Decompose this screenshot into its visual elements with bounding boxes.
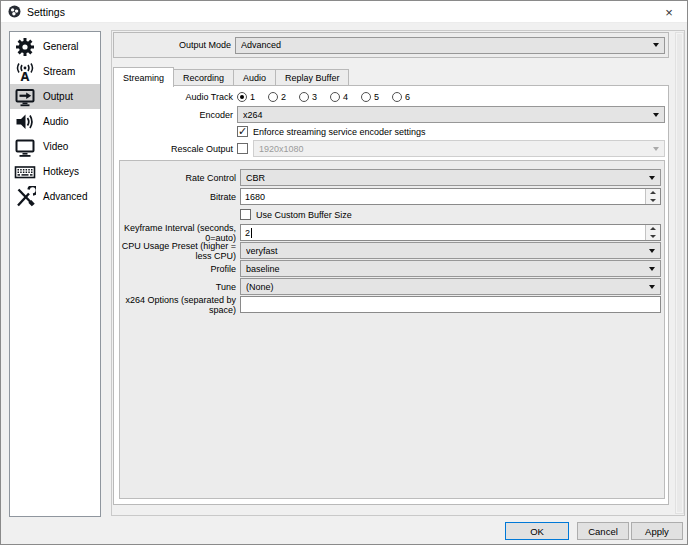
tab-audio[interactable]: Audio: [234, 69, 276, 86]
radio-label: 5: [374, 92, 379, 102]
cpu-preset-select[interactable]: veryfast: [240, 242, 661, 259]
bitrate-spinbox[interactable]: 1680: [240, 188, 661, 205]
sidebar-item-label: Output: [43, 91, 73, 102]
keyframe-interval-value: 2: [245, 228, 250, 238]
apply-button[interactable]: Apply: [631, 522, 683, 540]
audio-track-2[interactable]: 2: [268, 92, 286, 102]
encoder-select[interactable]: x264: [237, 106, 665, 123]
broadcast-icon: A: [14, 61, 36, 83]
spin-up-button[interactable]: [646, 189, 660, 197]
radio-label: 2: [281, 92, 286, 102]
audio-track-label: Audio Track: [114, 92, 233, 102]
custom-buffer-checkbox[interactable]: [240, 209, 251, 220]
close-button[interactable]: ×: [651, 1, 687, 23]
tab-recording[interactable]: Recording: [174, 69, 234, 86]
chevron-down-icon: [649, 285, 655, 289]
text-cursor: [251, 228, 252, 238]
apply-button-label: Apply: [645, 526, 669, 537]
x264-options-row: x264 Options (separated by space): [120, 296, 664, 313]
ok-button[interactable]: OK: [505, 522, 569, 540]
sidebar-item-general[interactable]: General: [10, 34, 100, 59]
rescale-resolution-select: 1920x1080: [253, 140, 665, 157]
profile-value: baseline: [246, 264, 649, 274]
sidebar-item-stream[interactable]: A Stream: [10, 59, 100, 84]
tab-label: Recording: [183, 73, 224, 83]
cpu-preset-label: CPU Usage Preset (higher = less CPU): [120, 241, 236, 261]
tune-row: Tune (None): [120, 278, 664, 295]
sidebar-item-audio[interactable]: Audio: [10, 109, 100, 134]
audio-track-5[interactable]: 5: [361, 92, 379, 102]
keyframe-interval-value-wrap: 2: [241, 225, 645, 240]
encoder-value: x264: [243, 110, 653, 120]
obs-logo-icon: [8, 5, 21, 18]
enforce-checkbox[interactable]: [237, 126, 248, 137]
spin-up-button[interactable]: [646, 225, 660, 233]
tune-value: (None): [246, 282, 649, 292]
triangle-down-icon: [650, 199, 656, 202]
triangle-down-icon: [650, 235, 656, 238]
sidebar-item-hotkeys[interactable]: Hotkeys: [10, 159, 100, 184]
tab-label: Streaming: [123, 73, 164, 83]
audio-track-4[interactable]: 4: [330, 92, 348, 102]
radio-icon: [392, 92, 402, 102]
audio-track-1[interactable]: 1: [237, 92, 255, 102]
radio-label: 1: [250, 92, 255, 102]
sidebar-item-label: General: [43, 41, 79, 52]
output-tabs: Streaming Recording Audio Replay Buffer: [113, 66, 349, 86]
enforce-row: Enforce streaming service encoder settin…: [114, 125, 668, 138]
gear-icon: [14, 36, 36, 58]
x264-options-label: x264 Options (separated by space): [120, 295, 236, 315]
triangle-up-icon: [650, 191, 656, 194]
rescale-row: Rescale Output 1920x1080: [114, 140, 668, 157]
tab-label: Replay Buffer: [285, 73, 339, 83]
vertical-scrollbar[interactable]: [675, 32, 684, 514]
settings-window: Settings × General: [0, 0, 688, 545]
x264-options-input[interactable]: [240, 296, 661, 313]
sidebar-item-output[interactable]: Output: [10, 84, 100, 109]
cancel-button[interactable]: Cancel: [577, 522, 629, 540]
radio-label: 4: [343, 92, 348, 102]
chevron-down-icon: [653, 113, 659, 117]
monitor-arrow-icon: [14, 86, 36, 108]
rate-control-row: Rate Control CBR: [120, 169, 664, 186]
rate-control-select[interactable]: CBR: [240, 169, 661, 186]
scrollbar-thumb[interactable]: [677, 34, 682, 512]
custom-buffer-row: Use Custom Buffer Size: [120, 208, 664, 221]
spin-down-button[interactable]: [646, 233, 660, 241]
encoder-label: Encoder: [114, 110, 233, 120]
sidebar-item-video[interactable]: Video: [10, 134, 100, 159]
sidebar-item-advanced[interactable]: Advanced: [10, 184, 100, 209]
bitrate-row: Bitrate 1680: [120, 188, 664, 205]
radio-label: 6: [405, 92, 410, 102]
sidebar-item-label: Audio: [43, 116, 69, 127]
window-title: Settings: [27, 6, 65, 18]
rate-control-value: CBR: [246, 173, 649, 183]
tab-streaming[interactable]: Streaming: [113, 67, 174, 87]
output-mode-value: Advanced: [241, 40, 653, 50]
output-mode-select[interactable]: Advanced: [235, 37, 665, 54]
rescale-label: Rescale Output: [114, 144, 233, 154]
tune-label: Tune: [120, 282, 236, 292]
tab-replay-buffer[interactable]: Replay Buffer: [276, 69, 349, 86]
rescale-checkbox[interactable]: [237, 143, 248, 154]
sidebar-item-label: Stream: [43, 66, 75, 77]
audio-track-6[interactable]: 6: [392, 92, 410, 102]
audio-track-row: Audio Track 1 2 3 4 5: [114, 90, 668, 104]
keyframe-interval-label: Keyframe Interval (seconds, 0=auto): [120, 223, 236, 243]
cpu-preset-value: veryfast: [246, 246, 649, 256]
profile-label: Profile: [120, 264, 236, 274]
audio-track-3[interactable]: 3: [299, 92, 317, 102]
speaker-icon: [14, 111, 36, 133]
custom-buffer-label: Use Custom Buffer Size: [256, 210, 352, 220]
keyframe-interval-spinbox[interactable]: 2: [240, 224, 661, 241]
tools-icon: [14, 186, 36, 208]
output-mode-row: Output Mode Advanced: [113, 32, 669, 58]
chevron-down-icon: [653, 147, 659, 151]
keyframe-interval-row: Keyframe Interval (seconds, 0=auto) 2: [120, 224, 664, 241]
encoder-row: Encoder x264: [114, 106, 668, 123]
spin-down-button[interactable]: [646, 197, 660, 205]
tune-select[interactable]: (None): [240, 278, 661, 295]
triangle-up-icon: [650, 227, 656, 230]
sidebar-item-label: Advanced: [43, 191, 87, 202]
profile-select[interactable]: baseline: [240, 260, 661, 277]
